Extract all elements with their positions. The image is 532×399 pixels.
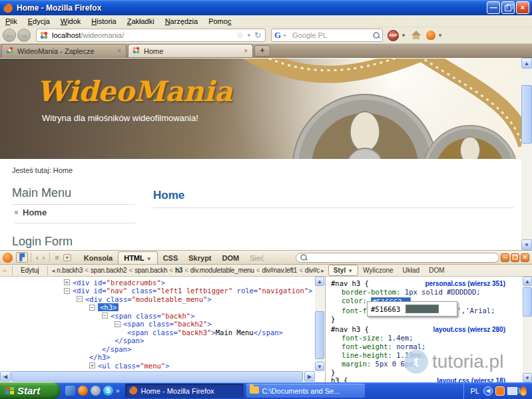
firebug-toolbar-button[interactable]: ▼	[426, 31, 443, 40]
style-tab-układ[interactable]: Układ	[398, 265, 425, 275]
tree-scroll-right-icon[interactable]: ▶	[304, 371, 315, 382]
firebug-tab-konsola[interactable]: Konsola	[79, 252, 118, 264]
path-crumb[interactable]: n.backh3	[57, 267, 83, 274]
tree-row[interactable]: −<div id="nav" class="left1 leftbigger" …	[64, 287, 312, 295]
scroll-down-icon[interactable]: ▼	[521, 239, 532, 250]
crumbs-scroll-left-icon[interactable]: ◂	[52, 267, 55, 274]
tree-scroll-up-icon[interactable]: ▲	[315, 277, 324, 286]
firebug-detach-icon[interactable]: ❒	[511, 253, 519, 262]
inspect-element-icon[interactable]: ▛	[16, 252, 28, 263]
expand-icon[interactable]: +	[89, 362, 95, 368]
scrollbar-thumb[interactable]	[521, 85, 532, 144]
url-dropdown-icon[interactable]: ▼	[246, 33, 252, 39]
tree-scroll-left-icon[interactable]: ◀	[0, 371, 11, 382]
firebug-minimize-icon[interactable]: −	[501, 253, 509, 262]
tree-row[interactable]: −<h3>	[89, 303, 119, 312]
style-tab-styl[interactable]: Styl▼	[328, 265, 358, 276]
browser-tab-1[interactable]: WideoMania - Zaplecze×	[1, 44, 127, 57]
collapse-icon[interactable]: −	[64, 288, 70, 294]
minimize-button[interactable]: —	[487, 1, 500, 14]
quick-launch-more-icon[interactable]: »	[116, 387, 120, 394]
forward-button[interactable]: →	[17, 29, 31, 42]
menu-item-plik[interactable]: Plik	[0, 16, 23, 27]
tree-row[interactable]: −<span class="backh2">	[115, 320, 212, 329]
url-bar[interactable]: localhost/wideomania/ ☆ ▼ ↻	[36, 29, 266, 42]
search-engine-dropdown-icon[interactable]: ▼	[282, 33, 287, 38]
path-crumb[interactable]: div#nav.left1	[262, 267, 297, 274]
css-file-link[interactable]: layout.css (wiersz 280)	[433, 325, 505, 334]
crumbs-scroll-right-icon[interactable]: ▸	[321, 267, 324, 274]
tab-close-icon[interactable]: ×	[242, 47, 249, 55]
path-crumb[interactable]: h3	[175, 267, 182, 274]
tree-row[interactable]: −<span class="backh">	[102, 311, 194, 320]
tree-row[interactable]: +<div id="breadcrumbs">	[64, 278, 165, 287]
new-tab-button[interactable]: +	[254, 45, 270, 57]
tab-close-icon[interactable]: ×	[116, 47, 123, 55]
panel-dropdown-icon[interactable]: ▾	[63, 254, 71, 261]
history-forward-icon[interactable]: ›	[43, 253, 45, 261]
panel-menu-icon[interactable]: ≡	[55, 253, 59, 261]
back-button[interactable]: ←	[3, 29, 16, 42]
browser-tab-2[interactable]: Home×	[128, 44, 253, 57]
menu-item-pomoc[interactable]: Pomoc	[203, 16, 236, 27]
start-button[interactable]: Start	[0, 382, 60, 399]
adblock-button[interactable]: ABP▼	[388, 30, 406, 41]
globe-icon[interactable]	[91, 386, 101, 396]
collapse-icon[interactable]: −	[102, 313, 108, 319]
path-crumb[interactable]: span.backh2	[91, 267, 127, 274]
menu-item-historia[interactable]: Historia	[86, 16, 121, 27]
firefox-icon[interactable]	[78, 386, 88, 396]
firewall-tray-icon[interactable]	[520, 386, 527, 396]
firebug-tab-css[interactable]: CSS	[158, 252, 184, 264]
collapse-icon[interactable]: −	[77, 296, 83, 302]
tree-row[interactable]: <span class="backh3">Main Menu</span>	[127, 328, 283, 336]
tree-row[interactable]: </span>	[102, 344, 131, 353]
tree-row[interactable]: −<div class="moduletable_menu">	[77, 295, 212, 303]
bookmark-star-icon[interactable]: ☆	[236, 31, 244, 40]
reload-icon[interactable]: ↻	[254, 31, 261, 40]
home-button[interactable]	[411, 31, 421, 40]
tray-collapse-icon[interactable]: ◀	[483, 386, 493, 396]
style-scroll-down-icon[interactable]: ▼	[523, 373, 532, 382]
css-selector[interactable]: #nav h3 {	[331, 279, 369, 287]
firebug-search[interactable]	[296, 253, 499, 263]
css-selector[interactable]: #nav h3 {	[331, 325, 369, 333]
firebug-close-icon[interactable]: ×	[521, 253, 529, 262]
expand-icon[interactable]: +	[64, 279, 70, 285]
network-tray-icon[interactable]	[507, 387, 517, 395]
tree-row[interactable]: </span>	[115, 336, 144, 345]
collapse-icon[interactable]: −	[89, 305, 95, 311]
tree-scrollbar-thumb[interactable]	[315, 311, 324, 359]
style-tab-dom[interactable]: DOM	[424, 265, 449, 275]
search-go-icon[interactable]	[373, 32, 380, 39]
style-tab-wyliczone[interactable]: Wyliczone	[358, 265, 398, 275]
path-crumb[interactable]: span.backh	[134, 267, 167, 274]
language-indicator[interactable]: PL	[471, 387, 479, 395]
xampp-tray-icon[interactable]	[495, 386, 505, 396]
search-engine-icon[interactable]: G	[274, 30, 281, 41]
firebug-menu-icon[interactable]	[3, 253, 13, 263]
tree-row[interactable]: +<ul class="menu">	[89, 361, 169, 370]
taskbar-task-1[interactable]: Home - Mozilla Firefox	[125, 384, 244, 398]
skype-icon[interactable]: S	[103, 386, 113, 396]
path-crumb[interactable]: div#contentar	[305, 267, 320, 274]
color-autocomplete-popup[interactable]: #516663	[367, 301, 457, 317]
firebug-tab-skrypt[interactable]: Skrypt	[183, 252, 216, 264]
style-scrollbar-thumb[interactable]	[523, 287, 532, 317]
tree-row[interactable]: </h3>	[89, 353, 111, 362]
search-bar[interactable]: G ▼ Google PL	[271, 29, 383, 42]
tree-hscrollbar-thumb[interactable]	[11, 371, 303, 382]
collapse-icon[interactable]: −	[115, 321, 121, 327]
menu-item-widok[interactable]: Widok	[55, 16, 87, 27]
menu-link-home[interactable]: Home	[15, 207, 135, 223]
style-scroll-up-icon[interactable]: ▲	[523, 277, 532, 286]
close-button[interactable]: ×	[516, 1, 529, 14]
firebug-tab-sieć[interactable]: Sieć	[244, 252, 269, 264]
path-crumb[interactable]: div.moduletable_menu	[190, 267, 254, 274]
menu-item-edycja[interactable]: Edycja	[23, 16, 55, 27]
css-file-link[interactable]: personal.css (wiersz 351)	[425, 279, 505, 288]
edit-button[interactable]: Edytuj	[15, 267, 45, 274]
css-selector[interactable]: h3 {	[331, 376, 348, 382]
menu-item-narzędzia[interactable]: Narzędzia	[160, 16, 204, 27]
scroll-up-icon[interactable]: ▲	[521, 58, 532, 68]
